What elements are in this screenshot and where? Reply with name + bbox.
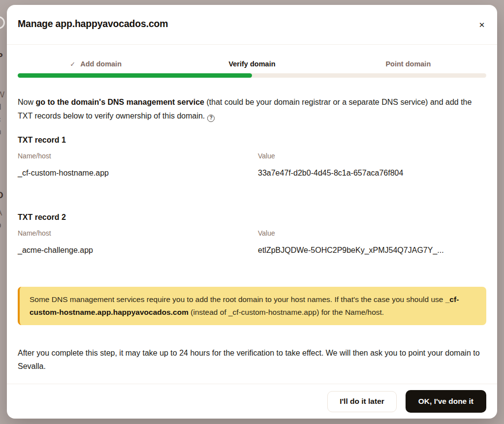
partial-circle-fragment: [0, 16, 5, 29]
background-text-fragment: W: [0, 90, 4, 100]
later-button[interactable]: I'll do it later: [327, 391, 397, 412]
value-label: Value: [258, 151, 486, 160]
value-value: 33a7e47f-d2b0-4d45-8c1a-657aca76f804: [258, 168, 486, 178]
value-value: etlZpBJQDWe-5OHC2P9beKy_xPMJ54Q7JAG7Y_..…: [258, 245, 486, 255]
wizard-steps: ✓ Add domain Verify domain Point domain: [18, 60, 486, 68]
checkmark-icon: ✓: [70, 61, 75, 68]
progress-fill: [18, 73, 252, 78]
name-host-value: _cf-custom-hostname.app: [18, 168, 258, 178]
background-text-fragment: D: [0, 190, 3, 201]
close-icon[interactable]: ✕: [474, 18, 489, 32]
done-button[interactable]: OK, I've done it: [406, 390, 486, 413]
value-label: Value: [258, 229, 486, 238]
txt-record-2: TXT record 2 Name/host Value _acme-chall…: [18, 212, 486, 255]
step-point-domain: Point domain: [330, 60, 486, 68]
warning-pre: Some DNS management services require you…: [30, 295, 445, 303]
progress-bar: [18, 73, 486, 78]
background-text-fragment: c: [0, 115, 1, 124]
background-text-fragment: P: [0, 51, 3, 62]
background-text-fragment: h: [0, 127, 1, 137]
record-grid: Name/host Value _acme-challenge.app etlZ…: [18, 229, 486, 255]
step-label: Point domain: [385, 60, 431, 68]
txt-record-1: TXT record 1 Name/host Value _cf-custom-…: [18, 135, 486, 178]
step-label: Add domain: [80, 60, 122, 68]
instruction-bold: go to the domain's DNS management servic…: [35, 98, 204, 106]
record-title: TXT record 1: [18, 135, 486, 145]
warning-post: (instead of _cf-custom-hostname.app) for…: [189, 308, 384, 316]
record-title: TXT record 2: [18, 212, 486, 222]
background-text-fragment: b: [0, 220, 1, 230]
footer-divider: [7, 384, 497, 384]
instruction-text: Now go to the domain's DNS management se…: [18, 95, 486, 123]
help-icon[interactable]: ?: [207, 115, 215, 122]
step-add-domain: ✓ Add domain: [18, 60, 174, 68]
name-host-label: Name/host: [18, 229, 258, 238]
step-label: Verify domain: [228, 60, 275, 68]
manage-domain-modal: Manage app.happyavocados.com ✕ ✓ Add dom…: [7, 5, 497, 419]
name-host-label: Name/host: [18, 151, 258, 160]
step-verify-domain: Verify domain: [174, 60, 330, 68]
screen: PWdchDAb Manage app.happyavocados.com ✕ …: [0, 0, 504, 424]
background-text-fragment: A: [0, 208, 2, 218]
completion-note: After you complete this step, it may tak…: [18, 346, 486, 373]
background-text-fragment: d: [0, 102, 1, 112]
name-host-value: _acme-challenge.app: [18, 245, 258, 255]
warning-callout: Some DNS management services require you…: [18, 287, 486, 325]
record-grid: Name/host Value _cf-custom-hostname.app …: [18, 151, 486, 178]
edge-fragments: PWdchDAb: [0, 0, 7, 424]
modal-title: Manage app.happyavocados.com: [18, 18, 168, 30]
instruction-pre: Now: [18, 98, 35, 106]
footer-actions: I'll do it later OK, I've done it: [327, 390, 486, 413]
header-divider: [7, 44, 497, 45]
